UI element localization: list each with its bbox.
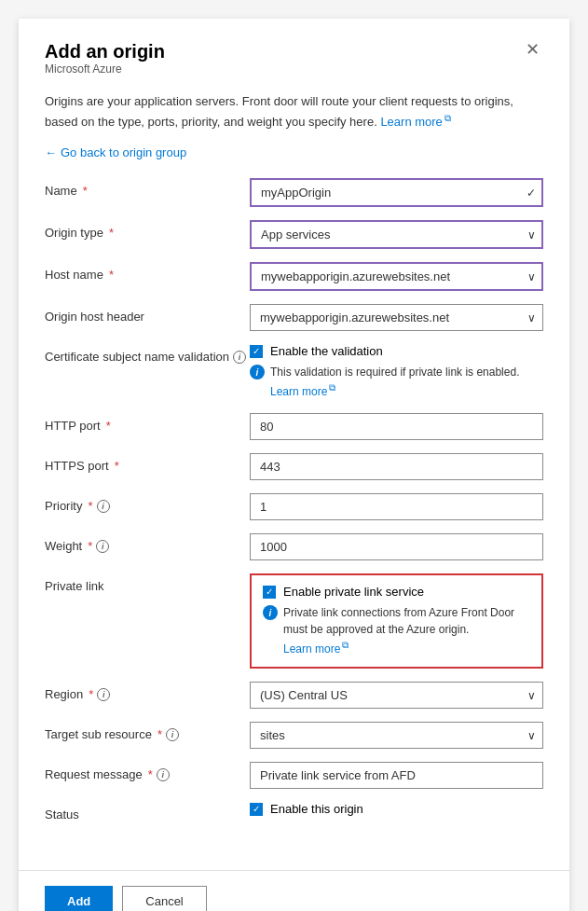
- http-port-input[interactable]: [250, 413, 543, 440]
- status-label: Status: [45, 802, 250, 821]
- name-label: Name *: [45, 178, 250, 198]
- http-port-control: [250, 413, 543, 440]
- private-link-control: Enable private link service i Private li…: [250, 573, 543, 669]
- host-name-field-row: Host name * mywebapporigin.azurewebsites…: [45, 262, 543, 291]
- private-link-info-circle-icon: i: [263, 605, 278, 620]
- back-to-origin-group-link[interactable]: ← Go back to origin group: [45, 145, 186, 159]
- weight-field-row: Weight * i: [45, 533, 543, 560]
- origin-host-header-select[interactable]: mywebapporigin.azurewebsites.net: [250, 304, 543, 331]
- target-sub-resource-control: sites ∨: [250, 722, 543, 749]
- status-checkbox-label: Enable this origin: [270, 802, 363, 816]
- region-select-wrapper: (US) Central US ∨: [250, 682, 543, 709]
- region-control: (US) Central US ∨: [250, 682, 543, 709]
- weight-info-icon[interactable]: i: [96, 540, 109, 553]
- certificate-validation-control: Enable the validation i This validation …: [250, 344, 543, 400]
- request-message-required: *: [148, 767, 153, 781]
- panel-title: Add an origin: [45, 41, 165, 62]
- external-link-icon: ⧉: [444, 113, 451, 123]
- cancel-button[interactable]: Cancel: [122, 886, 206, 911]
- host-name-control: mywebapporigin.azurewebsites.net ∨: [250, 262, 543, 291]
- certificate-learn-more-link[interactable]: Learn more⧉: [270, 385, 335, 398]
- private-link-info-box: i Private link connections from Azure Fr…: [263, 604, 530, 657]
- origin-type-control: App services ∨: [250, 220, 543, 249]
- certificate-external-icon: ⧉: [329, 382, 335, 393]
- priority-info-icon[interactable]: i: [97, 500, 110, 513]
- status-checkbox-row: Enable this origin: [250, 802, 543, 816]
- certificate-validation-field-row: Certificate subject name validation i En…: [45, 344, 543, 400]
- https-port-field-row: HTTPS port *: [45, 453, 543, 480]
- certificate-validation-checkbox-label: Enable the validation: [270, 344, 383, 358]
- origin-type-required: *: [109, 226, 114, 240]
- priority-required: *: [88, 499, 92, 513]
- target-sub-resource-label: Target sub resource * i: [45, 722, 250, 741]
- region-field-row: Region * i (US) Central US ∨: [45, 682, 543, 709]
- target-sub-resource-info-icon[interactable]: i: [166, 728, 179, 741]
- weight-control: [250, 533, 543, 560]
- origin-type-select-wrapper: App services ∨: [250, 220, 543, 249]
- region-required: *: [89, 687, 93, 701]
- certificate-validation-info-box: i This validation is required if private…: [250, 364, 543, 400]
- https-port-input[interactable]: [250, 453, 543, 480]
- request-message-info-icon[interactable]: i: [157, 768, 170, 781]
- https-port-label: HTTPS port *: [45, 453, 250, 473]
- request-message-control: [250, 762, 543, 789]
- panel-subtitle: Microsoft Azure: [45, 62, 165, 76]
- status-control: Enable this origin: [250, 802, 543, 821]
- priority-label: Priority * i: [45, 493, 250, 513]
- name-select[interactable]: myAppOrigin: [250, 178, 543, 207]
- http-port-field-row: HTTP port *: [45, 413, 543, 440]
- origin-host-header-select-wrapper: mywebapporigin.azurewebsites.net ∨: [250, 304, 543, 331]
- weight-input[interactable]: [250, 533, 543, 560]
- host-name-label: Host name *: [45, 262, 250, 282]
- back-arrow-icon: ←: [45, 145, 57, 159]
- name-select-wrapper: myAppOrigin ✓: [250, 178, 543, 207]
- region-select[interactable]: (US) Central US: [250, 682, 543, 709]
- region-label: Region * i: [45, 682, 250, 701]
- host-name-select[interactable]: mywebapporigin.azurewebsites.net: [250, 262, 543, 291]
- target-sub-resource-select-wrapper: sites ∨: [250, 722, 543, 749]
- priority-input[interactable]: [250, 493, 543, 520]
- status-field-row: Status Enable this origin: [45, 802, 543, 821]
- private-link-learn-more-link[interactable]: Learn more⧉: [283, 642, 349, 656]
- http-port-label: HTTP port *: [45, 413, 250, 433]
- name-field-row: Name * myAppOrigin ✓: [45, 178, 543, 207]
- origin-host-header-label: Origin host header: [45, 304, 250, 324]
- request-message-input[interactable]: [250, 762, 543, 789]
- status-checkbox[interactable]: [250, 803, 263, 816]
- private-link-checkbox[interactable]: [263, 586, 276, 599]
- certificate-info-circle-icon: i: [250, 365, 265, 380]
- certificate-validation-info-icon[interactable]: i: [233, 351, 246, 364]
- origin-type-label: Origin type *: [45, 220, 250, 240]
- description-learn-more-link[interactable]: Learn more⧉: [380, 115, 450, 129]
- name-required: *: [83, 184, 88, 198]
- target-sub-resource-select[interactable]: sites: [250, 722, 543, 749]
- panel-footer: Add Cancel: [19, 870, 569, 911]
- certificate-validation-label: Certificate subject name validation i: [45, 344, 250, 364]
- description-text: Origins are your application servers. Fr…: [45, 92, 543, 131]
- weight-required: *: [88, 539, 92, 553]
- private-link-checkbox-row: Enable private link service: [263, 585, 530, 599]
- private-link-external-icon: ⧉: [342, 640, 349, 650]
- weight-label: Weight * i: [45, 533, 250, 553]
- certificate-validation-checkbox-row: Enable the validation: [250, 344, 543, 358]
- region-info-icon[interactable]: i: [97, 688, 110, 701]
- https-port-control: [250, 453, 543, 480]
- request-message-label: Request message * i: [45, 762, 250, 781]
- target-sub-resource-field-row: Target sub resource * i sites ∨: [45, 722, 543, 749]
- origin-host-header-control: mywebapporigin.azurewebsites.net ∨: [250, 304, 543, 331]
- private-link-label: Private link: [45, 573, 250, 593]
- https-port-required: *: [115, 459, 119, 473]
- certificate-validation-checkbox[interactable]: [250, 345, 263, 358]
- panel-header: Add an origin Microsoft Azure ✕: [45, 41, 543, 89]
- add-button[interactable]: Add: [45, 886, 113, 911]
- origin-type-field-row: Origin type * App services ∨: [45, 220, 543, 249]
- origin-type-select[interactable]: App services: [250, 220, 543, 249]
- private-link-field-row: Private link Enable private link service…: [45, 573, 543, 669]
- close-button[interactable]: ✕: [522, 41, 543, 58]
- origin-host-header-field-row: Origin host header mywebapporigin.azurew…: [45, 304, 543, 331]
- http-port-required: *: [106, 419, 111, 433]
- private-link-checkbox-label: Enable private link service: [283, 585, 424, 599]
- name-control: myAppOrigin ✓: [250, 178, 543, 207]
- priority-control: [250, 493, 543, 520]
- request-message-field-row: Request message * i: [45, 762, 543, 789]
